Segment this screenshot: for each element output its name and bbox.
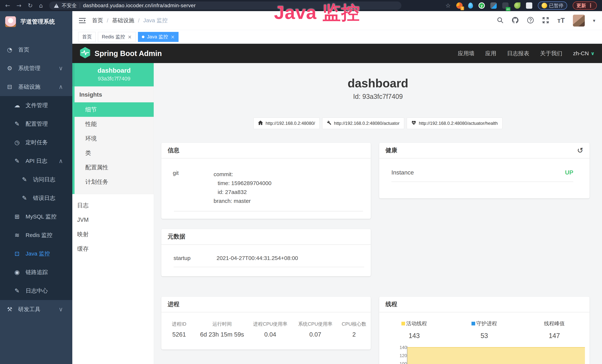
sba-nav-applications[interactable]: 应用 xyxy=(485,50,496,57)
sba-header: Spring Boot Admin 应用墙 应用 日志报表 关于我们 zh-CN… xyxy=(72,44,602,63)
sba-menu-classes[interactable]: 类 xyxy=(75,146,154,160)
home-icon xyxy=(258,120,263,126)
sba-menu-environment[interactable]: 环境 xyxy=(75,131,154,146)
help-icon[interactable] xyxy=(527,17,534,24)
sidebar-item-scheduled-tasks[interactable]: ◷ 定时任务 xyxy=(0,133,72,152)
user-avatar[interactable] xyxy=(573,15,585,27)
wrench-icon xyxy=(327,120,331,126)
table-icon: ⊞ xyxy=(13,214,21,220)
bookmark-star-icon[interactable]: ☆ xyxy=(445,3,451,9)
breadcrumb-infrastructure[interactable]: 基础设施 xyxy=(112,17,134,24)
health-instance-label: Instance xyxy=(391,169,414,176)
layers-icon: ≋ xyxy=(13,232,21,238)
sidebar-item-api-logs[interactable]: ✎ API 日志 ∧ xyxy=(0,152,72,170)
github-icon[interactable] xyxy=(512,17,519,24)
live-threads-stat: 活动线程 143 xyxy=(379,320,449,340)
yellow-legend-icon xyxy=(401,322,405,325)
url-text[interactable]: dashboard.yudao.iocoder.cn/infra/admin-s… xyxy=(83,3,196,9)
metadata-key-startup: startup xyxy=(173,255,216,261)
extension-on-icon[interactable]: on xyxy=(502,2,509,9)
cpu-cores-col: CPU核心数 2 xyxy=(337,321,371,338)
blue-legend-icon xyxy=(472,322,475,325)
app-logo[interactable]: 芋道管理系统 xyxy=(0,11,72,29)
sba-nav-about[interactable]: 关于我们 xyxy=(540,50,562,57)
sba-logo-icon xyxy=(80,47,90,60)
sidebar-item-access-logs[interactable]: ✎ 访问日志 xyxy=(0,170,72,189)
extension-puzzle-icon[interactable] xyxy=(526,2,532,9)
tab-java-monitor[interactable]: Java 监控 × xyxy=(138,32,179,42)
sidebar-item-config-management[interactable]: ✎ 配置管理 xyxy=(0,115,72,133)
sidebar-item-mysql-monitor[interactable]: ⊞ MySQL 监控 xyxy=(0,207,72,226)
sba-sidebar: dashboard 93a3fc7f7409 Insights 细节 性能 环境… xyxy=(72,63,154,364)
extension-drop-icon[interactable] xyxy=(468,3,473,9)
history-icon[interactable]: ↺ xyxy=(577,147,583,154)
app-sidebar: 芋道管理系统 ◔ 首页 ⚙ 系统管理 ∨ ⊟ 基础设施 ∧ ☁ 文件管理 ✎ 配… xyxy=(0,11,72,364)
sidebar-item-redis-monitor[interactable]: ≋ Redis 监控 xyxy=(0,226,72,244)
caret-down-icon[interactable]: ▾ xyxy=(593,18,595,23)
system-cpu-col: 系统CPU使用率 0.07 xyxy=(293,321,337,338)
sidebar-item-java-monitor[interactable]: ⊡ Java 监控 xyxy=(0,244,72,263)
paused-badge[interactable]: 已暂停 xyxy=(538,1,567,10)
row-divider xyxy=(174,211,363,211)
sidebar-item-log-center[interactable]: ✎ 日志中心 xyxy=(0,281,72,300)
sidebar-item-system[interactable]: ⚙ 系统管理 ∨ xyxy=(0,59,72,77)
sba-nav-journal[interactable]: 日志报表 xyxy=(507,50,529,57)
sidebar-item-file-management[interactable]: ☁ 文件管理 xyxy=(0,96,72,115)
heartbeat-icon xyxy=(411,120,416,126)
dashboard-gauge-icon: ◔ xyxy=(6,47,13,53)
tab-home[interactable]: 首页 xyxy=(78,32,96,42)
font-size-icon[interactable]: ᴛT xyxy=(557,17,565,24)
sba-menu-details[interactable]: 细节 xyxy=(72,102,154,117)
instance-header[interactable]: dashboard 93a3fc7f7409 xyxy=(72,63,154,86)
sidebar-item-dev-tools[interactable]: ⚒ 研发工具 ∨ xyxy=(0,300,72,319)
cloud-icon: ☁ xyxy=(13,102,21,108)
extension-leaf-icon[interactable] xyxy=(514,2,520,9)
omnibox-divider xyxy=(80,3,80,8)
process-uptime-col: 运行时间 6d 23h 15m 59s xyxy=(197,321,247,338)
breadcrumb-separator: / xyxy=(138,17,140,24)
sba-menu-config-props[interactable]: 配置属性 xyxy=(75,160,154,175)
close-icon[interactable]: × xyxy=(171,34,175,39)
app-title: 芋道管理系统 xyxy=(20,18,55,26)
fullscreen-icon[interactable] xyxy=(542,17,549,24)
service-url-button[interactable]: http://192.168.0.2:48080/ xyxy=(253,118,320,129)
sba-menu-jvm[interactable]: JVM xyxy=(72,213,154,227)
sba-menu-mappings[interactable]: 映射 xyxy=(72,227,154,242)
forward-icon[interactable]: → xyxy=(17,3,22,9)
process-card-title: 进程 xyxy=(161,297,371,312)
reload-icon[interactable]: ↻ xyxy=(28,3,33,9)
home-icon[interactable]: ⌂ xyxy=(39,3,43,9)
breadcrumb-home[interactable]: 首页 xyxy=(92,17,103,24)
sba-menu-metrics[interactable]: 性能 xyxy=(75,117,154,131)
update-button[interactable]: 更新 ⋮ xyxy=(573,1,597,10)
extension-orange-icon[interactable]: 1 xyxy=(456,2,462,9)
health-url-button[interactable]: http://192.168.0.2:48080/actuator/health xyxy=(407,118,502,129)
sidebar-item-infrastructure[interactable]: ⊟ 基础设施 ∧ xyxy=(0,77,72,96)
edit-icon: ✎ xyxy=(13,158,21,164)
chevron-down-icon: ∨ xyxy=(591,51,595,56)
hamburger-icon[interactable] xyxy=(79,18,86,23)
back-icon[interactable]: ← xyxy=(5,3,10,9)
actuator-url-button[interactable]: http://192.168.0.2:48080/actuator xyxy=(322,118,404,129)
instance-id: 93a3fc7f7409 xyxy=(75,76,154,82)
instance-name: dashboard xyxy=(75,67,154,74)
sba-menu-scheduled-tasks[interactable]: 计划任务 xyxy=(75,175,154,189)
tab-redis-monitor[interactable]: Redis 监控 × xyxy=(98,32,136,42)
close-icon[interactable]: × xyxy=(128,34,132,39)
sba-menu-caches[interactable]: 缓存 xyxy=(72,242,154,256)
sidebar-item-tracing[interactable]: ◉ 链路追踪 xyxy=(0,263,72,281)
sidebar-item-home[interactable]: ◔ 首页 xyxy=(0,40,72,59)
locale-selector[interactable]: zh-CN ∨ xyxy=(573,50,595,57)
browser-menu-icon[interactable]: ⋮ xyxy=(588,3,593,8)
sba-brand[interactable]: Spring Boot Admin xyxy=(80,47,162,60)
extension-grid-icon[interactable] xyxy=(490,2,497,9)
sba-menu-logs[interactable]: 日志 xyxy=(72,198,154,213)
sba-nav-wallboard[interactable]: 应用墙 xyxy=(458,50,474,57)
not-secure-label: 不安全 xyxy=(62,2,77,9)
insights-section-label: Insights xyxy=(75,86,154,102)
breadcrumb-separator: / xyxy=(107,17,108,24)
sidebar-item-error-logs[interactable]: ✎ 错误日志 xyxy=(0,189,72,207)
gear-icon: ⚙ xyxy=(6,65,13,71)
search-icon[interactable] xyxy=(497,17,504,24)
extension-green-y-icon[interactable]: y xyxy=(479,2,485,9)
